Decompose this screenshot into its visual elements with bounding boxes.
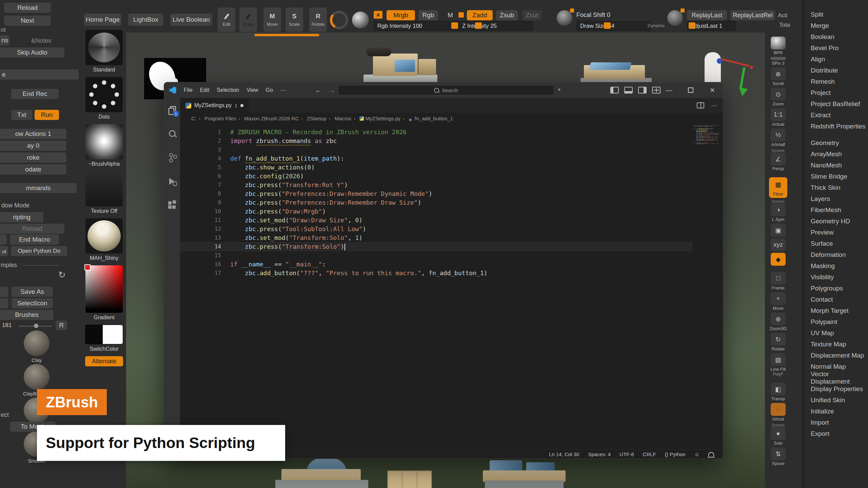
open-python-button[interactable]: Open Python Do — [11, 246, 67, 256]
save-as-button[interactable]: Save As — [12, 287, 53, 297]
menubar-item[interactable]: Go — [262, 85, 276, 95]
run-debug-icon[interactable] — [167, 177, 177, 186]
tab-bar[interactable]: MyZSettings.py 1 ⋯ — [180, 98, 723, 113]
shelf-button[interactable]: ▦ Floor — [769, 177, 787, 198]
tool-mode-button[interactable]: S Scale — [285, 7, 303, 32]
code-line[interactable]: 8 zbc.press("Preferences:Draw:Remember D… — [180, 189, 692, 198]
menubar-item[interactable]: File — [180, 85, 196, 95]
menu-section-item[interactable]: Unified Skin — [806, 394, 868, 406]
mrgb-button[interactable]: Mrgb — [387, 10, 415, 20]
acti-partial[interactable]: Acti — [778, 12, 787, 19]
save-as-stub[interactable] — [0, 287, 8, 297]
palette-item[interactable]: MAH_Shiny — [82, 218, 126, 261]
shelf-button[interactable]: 1:1 Actual — [771, 108, 786, 127]
m-label[interactable]: M — [448, 12, 453, 19]
shelf-button[interactable]: + Move — [771, 292, 786, 311]
adjust-last-slider[interactable]: AdjustLast 1 — [687, 21, 736, 31]
palette-item[interactable]: Dots — [82, 77, 126, 120]
end-macro-button[interactable]: End Macro — [10, 235, 59, 245]
brush-thumb-clay[interactable] — [24, 330, 50, 356]
shelf-button[interactable]: ▨ Line Fill PolyF — [771, 353, 786, 377]
breadcrumb-item[interactable]: fn_add_button_1 — [400, 116, 453, 121]
code-line[interactable]: 16if __name__ == "__main__": — [180, 260, 692, 269]
menu-section-item[interactable]: Export — [806, 428, 868, 439]
code-line[interactable]: 5 zbc.show_actions(0) — [180, 163, 692, 172]
indentation[interactable]: Spaces: 4 — [588, 451, 611, 457]
material-sphere-icon[interactable] — [352, 12, 369, 28]
menu-item[interactable]: Project BasRelief — [806, 98, 868, 109]
menu-item[interactable]: Extract — [806, 109, 868, 121]
focal-shift-label[interactable]: Focal Shift 0 — [576, 12, 610, 19]
menu-section-item[interactable]: UV Map — [806, 327, 868, 339]
replay-last-button[interactable]: ReplayLast — [687, 10, 727, 20]
menu-section-item[interactable]: Vector Displacement — [806, 372, 868, 383]
z-intensity-handle[interactable] — [475, 22, 482, 29]
palette-thumbnail[interactable] — [85, 30, 123, 65]
menu-section-item[interactable]: Displacement Map — [806, 350, 868, 361]
palette-item[interactable]: Gradient — [82, 265, 126, 321]
minimize-button[interactable]: — — [661, 82, 677, 98]
brush-thumb-claybuildup[interactable] — [24, 364, 50, 390]
breadcrumb-item[interactable]: MyZSettings.py — [351, 116, 400, 121]
end-macro-stub[interactable] — [0, 235, 7, 245]
partial-e-button[interactable]: e — [0, 69, 79, 80]
vscode-titlebar[interactable]: File Edit Selection View Go ⋯ ← → Search — [164, 82, 723, 98]
split-editor-icon[interactable] — [697, 102, 704, 108]
shelf-button[interactable]: ⊕ Scroll — [771, 67, 786, 86]
spotlight-icon[interactable] — [330, 11, 348, 29]
menu-section-item[interactable]: NanoMesh — [806, 160, 868, 171]
breadcrumb-item[interactable]: Program Files — [196, 116, 236, 121]
menu-item[interactable]: Project — [806, 87, 868, 98]
menu-section-item[interactable]: Texture Map — [806, 339, 868, 350]
toggle-sidebar-icon[interactable] — [610, 87, 619, 94]
shelf-button[interactable]: ⊕ Zoom3D — [770, 312, 787, 331]
shelf-button[interactable]: ↻ Rotate — [771, 333, 786, 351]
home-page-button[interactable]: Home Page — [84, 14, 121, 26]
brushes-button[interactable]: Brushes — [0, 310, 54, 320]
menu-section-item[interactable]: Thick Skin — [806, 182, 868, 193]
menu-section-item[interactable]: Deformation — [806, 249, 868, 260]
right-menu-scrollbar[interactable] — [802, 0, 805, 488]
close-button[interactable]: × — [705, 82, 720, 98]
cursor-position[interactable]: Ln 14, Col 30 — [549, 451, 579, 457]
tab-myzsettings[interactable]: MyZSettings.py 1 — [180, 98, 249, 113]
update-button[interactable]: odate — [0, 164, 66, 175]
menu-item[interactable]: Boolean — [806, 31, 868, 42]
refresh-icon[interactable]: ↻ — [58, 270, 66, 280]
language-mode[interactable]: {} Python — [665, 451, 686, 457]
value-181-label[interactable]: 181 — [2, 322, 12, 329]
menu-item[interactable]: Distribute — [806, 65, 868, 76]
menu-item[interactable]: Redshift Properties — [806, 121, 868, 132]
toggle-secondary-sidebar-icon[interactable] — [638, 87, 647, 94]
code-line[interactable]: 17 zbc.add_button("???", "Press to run t… — [180, 269, 692, 278]
more-actions-icon[interactable]: ⋯ — [711, 102, 717, 109]
menu-section-item[interactable]: Slime Bridge — [806, 171, 868, 182]
tool-mode-button[interactable]: R Rotate — [309, 7, 327, 32]
axis-gizmo[interactable] — [719, 57, 765, 104]
shelf-button[interactable]: ▣ — [771, 224, 786, 237]
breadcrumb-item[interactable]: Maxon ZBrush 2026 RC — [236, 116, 299, 121]
code-line[interactable]: 1# ZBRUSH MACRO - Recorded in ZBrush ver… — [180, 128, 692, 137]
menu-item[interactable]: Bevel Pro — [806, 42, 868, 54]
extensions-icon[interactable] — [167, 200, 177, 210]
code-line[interactable]: 4def fn_add_button_1(item_path): — [180, 154, 692, 163]
draw-size-handle[interactable] — [604, 22, 611, 29]
draw-size-slider[interactable]: Draw Size 64 — [576, 21, 652, 31]
unsaved-dot-icon[interactable] — [240, 104, 243, 107]
notifications-bell-icon[interactable] — [708, 452, 714, 456]
encoding[interactable]: UTF-8 — [619, 451, 634, 457]
palette-item[interactable]: SwitchColor — [82, 325, 126, 352]
select-icon-button[interactable]: SelectIcon — [12, 298, 53, 308]
forward-button[interactable]: → — [329, 86, 335, 94]
code-line[interactable]: 11 zbc.set_mod("Draw:Draw Size", 0) — [180, 216, 692, 225]
select-icon-stub[interactable] — [0, 298, 8, 308]
stroke-button[interactable]: roke — [0, 152, 66, 163]
palette-thumbnail[interactable] — [85, 171, 123, 206]
shelf-button[interactable]: SPix 3 — [771, 57, 786, 66]
search-view-icon[interactable] — [167, 129, 177, 139]
partial-ut-stub[interactable]: ut — [0, 246, 8, 256]
menu-section-item[interactable]: Layers — [806, 193, 868, 204]
replay-last-rel-button[interactable]: ReplayLastRel — [730, 10, 775, 20]
code-line[interactable]: 10 zbc.press("Draw:Mrgb") — [180, 207, 692, 216]
menu-section-item[interactable]: Display Properties — [806, 383, 868, 394]
